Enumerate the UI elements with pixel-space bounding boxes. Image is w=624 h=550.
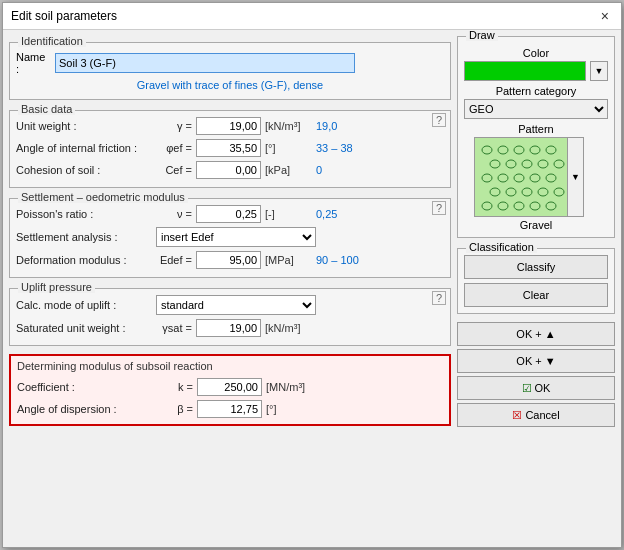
draw-panel: Draw Color ▼ Pattern category GEO Patter… xyxy=(457,36,615,238)
classification-panel: Classification Classify Clear xyxy=(457,248,615,314)
calc-mode-row: Calc. mode of uplift : standard xyxy=(16,293,444,317)
identification-title: Identification xyxy=(18,35,86,47)
dispersion-label: Angle of dispersion : xyxy=(17,403,157,415)
ok-plus-up-button[interactable]: OK + ▲ xyxy=(457,322,615,346)
saturated-symbol: γsat = xyxy=(156,322,196,334)
classify-button[interactable]: Classify xyxy=(464,255,608,279)
deformation-unit: [MPa] xyxy=(261,254,316,266)
coefficient-label: Coefficient : xyxy=(17,381,157,393)
pattern-label: Pattern xyxy=(464,123,608,135)
cohesion-input[interactable] xyxy=(196,161,261,179)
identification-hint: Gravel with trace of fines (G-F), dense xyxy=(16,77,444,93)
friction-hint: 33 – 38 xyxy=(316,142,353,154)
right-panel: Draw Color ▼ Pattern category GEO Patter… xyxy=(457,36,615,541)
ok-label: OK xyxy=(535,382,551,394)
calc-mode-label: Calc. mode of uplift : xyxy=(16,299,156,311)
unit-weight-unit: [kN/m³] xyxy=(261,120,316,132)
down-arrow-icon: ▼ xyxy=(545,355,556,367)
poisson-hint: 0,25 xyxy=(316,208,337,220)
pattern-category-select[interactable]: GEO xyxy=(464,99,608,119)
poisson-row: Poisson's ratio : ν = [-] 0,25 xyxy=(16,203,444,225)
calc-mode-select[interactable]: standard xyxy=(156,295,316,315)
pattern-dropdown-btn[interactable]: ▼ xyxy=(567,138,583,216)
color-label: Color xyxy=(464,47,608,59)
window-title: Edit soil parameters xyxy=(11,9,117,23)
close-button[interactable]: × xyxy=(597,8,613,24)
ok-plus-down-button[interactable]: OK + ▼ xyxy=(457,349,615,373)
dispersion-symbol: β = xyxy=(157,403,197,415)
friction-input[interactable] xyxy=(196,139,261,157)
subsoil-title: Determining modulus of subsoil reaction xyxy=(17,360,443,372)
pattern-category-label: Pattern category xyxy=(464,85,608,97)
name-label: Name : xyxy=(16,51,51,75)
color-row: ▼ xyxy=(464,61,608,81)
uplift-group: Uplift pressure ? Calc. mode of uplift :… xyxy=(9,288,451,346)
cohesion-label: Cohesion of soil : xyxy=(16,164,156,176)
left-panel: Identification Name : Gravel with trace … xyxy=(9,36,451,541)
uplift-title: Uplift pressure xyxy=(18,281,95,293)
ok-plus-down-label: OK + xyxy=(516,355,541,367)
deformation-symbol: Edef = xyxy=(156,254,196,266)
unit-weight-symbol: γ = xyxy=(156,120,196,132)
name-input[interactable] xyxy=(55,53,355,73)
analysis-label: Settlement analysis : xyxy=(16,231,156,243)
classification-title: Classification xyxy=(466,241,537,253)
subsoil-section: Determining modulus of subsoil reaction … xyxy=(9,354,451,426)
draw-title: Draw xyxy=(466,30,498,41)
ok-check-icon: ☑ xyxy=(522,382,532,395)
poisson-label: Poisson's ratio : xyxy=(16,208,156,220)
deformation-input[interactable] xyxy=(196,251,261,269)
basic-data-title: Basic data xyxy=(18,103,75,115)
settlement-group: Settlement – oedometric modulus ? Poisso… xyxy=(9,198,451,278)
friction-unit: [°] xyxy=(261,142,316,154)
basic-data-help[interactable]: ? xyxy=(432,113,446,127)
pattern-name: Gravel xyxy=(464,219,608,231)
friction-row: Angle of internal friction : φef = [°] 3… xyxy=(16,137,444,159)
dispersion-row: Angle of dispersion : β = [°] xyxy=(17,398,443,420)
up-arrow-icon: ▲ xyxy=(545,328,556,340)
saturated-label: Saturated unit weight : xyxy=(16,322,156,334)
ok-plus-up-label: OK + xyxy=(516,328,541,340)
cohesion-row: Cohesion of soil : Cef = [kPa] 0 xyxy=(16,159,444,181)
bottom-buttons: OK + ▲ OK + ▼ ☑ OK ☒ Cancel xyxy=(457,322,615,427)
color-swatch[interactable] xyxy=(464,61,586,81)
friction-label: Angle of internal friction : xyxy=(16,142,156,154)
pattern-container: ▼ xyxy=(464,137,594,217)
friction-symbol: φef = xyxy=(156,142,196,154)
unit-weight-input[interactable] xyxy=(196,117,261,135)
saturated-unit: [kN/m³] xyxy=(261,322,316,334)
cancel-x-icon: ☒ xyxy=(512,409,522,422)
analysis-select[interactable]: insert Edef xyxy=(156,227,316,247)
cohesion-symbol: Cef = xyxy=(156,164,196,176)
unit-weight-row: Unit weight : γ = [kN/m³] 19,0 xyxy=(16,115,444,137)
coefficient-input[interactable] xyxy=(197,378,262,396)
analysis-row: Settlement analysis : insert Edef xyxy=(16,225,444,249)
deformation-row: Deformation modulus : Edef = [MPa] 90 – … xyxy=(16,249,444,271)
poisson-unit: [-] xyxy=(261,208,316,220)
deformation-label: Deformation modulus : xyxy=(16,254,156,266)
basic-data-group: Basic data ? Unit weight : γ = [kN/m³] 1… xyxy=(9,110,451,188)
cancel-label: Cancel xyxy=(525,409,559,421)
ok-button[interactable]: ☑ OK xyxy=(457,376,615,400)
color-dropdown-btn[interactable]: ▼ xyxy=(590,61,608,81)
coefficient-unit: [MN/m³] xyxy=(262,381,317,393)
saturated-input[interactable] xyxy=(196,319,261,337)
dispersion-input[interactable] xyxy=(197,400,262,418)
poisson-input[interactable] xyxy=(196,205,261,223)
coefficient-symbol: k = xyxy=(157,381,197,393)
main-window: Edit soil parameters × Identification Na… xyxy=(2,2,622,548)
cancel-button[interactable]: ☒ Cancel xyxy=(457,403,615,427)
uplift-help[interactable]: ? xyxy=(432,291,446,305)
pattern-box[interactable]: ▼ xyxy=(474,137,584,217)
title-bar: Edit soil parameters × xyxy=(3,3,621,30)
coefficient-row: Coefficient : k = [MN/m³] xyxy=(17,376,443,398)
clear-button[interactable]: Clear xyxy=(464,283,608,307)
unit-weight-label: Unit weight : xyxy=(16,120,156,132)
settlement-help[interactable]: ? xyxy=(432,201,446,215)
svg-rect-0 xyxy=(475,138,569,217)
pattern-category-row: GEO xyxy=(464,99,608,119)
dispersion-unit: [°] xyxy=(262,403,317,415)
cohesion-hint: 0 xyxy=(316,164,322,176)
pattern-svg xyxy=(475,138,569,217)
settlement-title: Settlement – oedometric modulus xyxy=(18,191,188,203)
